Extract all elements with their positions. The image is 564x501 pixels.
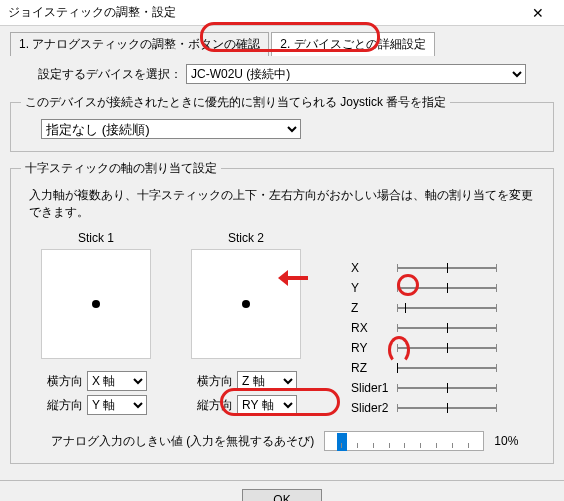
stick2-label: Stick 2 [191,231,301,245]
tab-strip: 1. アナログスティックの調整・ボタンの確認 2. デバイスごとの詳細設定 [10,32,554,56]
axis-z-slider[interactable] [397,307,497,309]
axis-s2-label: Slider2 [351,401,397,415]
axis-sliders: X Y Z RX RY RZ Slider1 Slider2 [351,255,497,421]
axis-x-label: X [351,261,397,275]
stick2-h-select[interactable]: Z 軸 [237,371,297,391]
threshold-label: アナログ入力のしきい値 (入力を無視するあそび) [51,433,314,450]
close-icon[interactable]: ✕ [518,0,558,25]
axis-x-slider[interactable] [397,267,497,269]
axis-rz-label: RZ [351,361,397,375]
threshold-value: 10% [494,434,518,448]
stick1-label: Stick 1 [41,231,151,245]
stick2-v-select[interactable]: RY 軸 [237,395,297,415]
tab-analog[interactable]: 1. アナログスティックの調整・ボタンの確認 [10,32,269,56]
stick2-h-label: 横方向 [191,373,233,390]
priority-select[interactable]: 指定なし (接続順) [41,119,301,139]
stick1-col: Stick 1 横方向 X 軸 縦方向 Y 軸 [41,231,151,419]
axis-y-label: Y [351,281,397,295]
axis-ry-slider[interactable] [397,347,497,349]
axis-s1-label: Slider1 [351,381,397,395]
stick2-v-label: 縦方向 [191,397,233,414]
cross-group: 十字スティックの軸の割り当て設定 入力軸が複数あり、十字スティックの上下・左右方… [10,160,554,464]
stick1-box [41,249,151,359]
device-select[interactable]: JC-W02U (接続中) [186,64,526,84]
axis-ry-label: RY [351,341,397,355]
stick1-v-label: 縦方向 [41,397,83,414]
stick1-dot [92,300,100,308]
cross-legend: 十字スティックの軸の割り当て設定 [21,160,221,177]
threshold-slider[interactable] [324,431,484,451]
axis-z-label: Z [351,301,397,315]
stick1-v-select[interactable]: Y 軸 [87,395,147,415]
cross-desc: 入力軸が複数あり、十字スティックの上下・左右方向がおかしい場合は、軸の割り当てを… [29,187,543,221]
priority-group: このデバイスが接続されたときに優先的に割り当てられる Joystick 番号を指… [10,94,554,152]
axis-rx-slider[interactable] [397,327,497,329]
stick2-box [191,249,301,359]
priority-legend: このデバイスが接続されたときに優先的に割り当てられる Joystick 番号を指… [21,94,450,111]
stick1-h-select[interactable]: X 軸 [87,371,147,391]
axis-s2-slider[interactable] [397,407,497,409]
axis-rx-label: RX [351,321,397,335]
axis-y-slider[interactable] [397,287,497,289]
stick2-col: Stick 2 横方向 Z 軸 縦方向 RY 軸 [191,231,301,419]
tab-device-detail[interactable]: 2. デバイスごとの詳細設定 [271,32,434,56]
device-select-label: 設定するデバイスを選択： [38,66,182,83]
stick1-h-label: 横方向 [41,373,83,390]
ok-button[interactable]: OK [242,489,322,501]
stick2-dot [242,300,250,308]
axis-rz-slider[interactable] [397,367,497,369]
window-title: ジョイスティックの調整・設定 [8,4,176,21]
axis-s1-slider[interactable] [397,387,497,389]
